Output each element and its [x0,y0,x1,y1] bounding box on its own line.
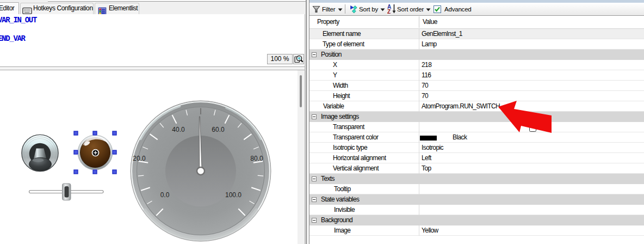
svg-text:Z: Z [387,9,391,15]
svg-text:60.0: 60.0 [212,126,225,133]
svg-text:100.0: 100.0 [225,191,242,199]
svg-text:80.0: 80.0 [250,155,263,162]
svg-text:20.0: 20.0 [133,155,146,162]
svg-text:0.0: 0.0 [160,191,170,199]
svg-text:40.0: 40.0 [172,126,185,133]
